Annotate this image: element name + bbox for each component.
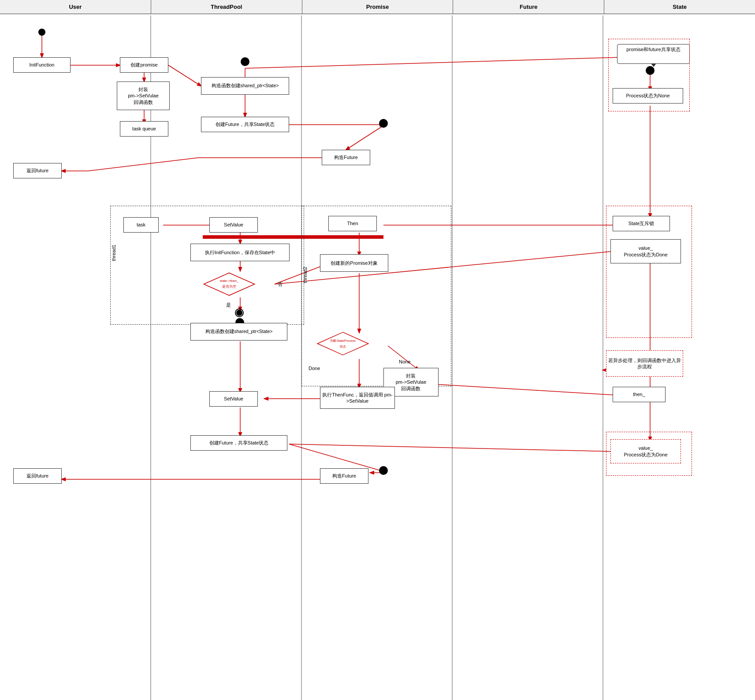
seal-callback-2-label: 封装 pm->SetVulae 回调函数 <box>396 373 427 392</box>
future-dot-2 <box>379 466 388 475</box>
set-value-1-label: SetValue <box>224 222 243 228</box>
init-function-box: InitFunction <box>13 57 71 73</box>
init-function-label: InitFunction <box>30 62 55 68</box>
thread2-container: thread2 <box>301 206 451 386</box>
svg-point-46 <box>236 310 242 316</box>
then-box: Then <box>328 216 377 231</box>
constructor-shared-state-1-label: 构造函数创建shared_ptr<State> <box>212 83 279 89</box>
task-label: task <box>137 222 145 228</box>
return-future-2-label: 返回future <box>26 473 48 479</box>
svg-text:状态: 状态 <box>339 344 346 348</box>
return-future-1: 返回future <box>13 163 62 178</box>
svg-line-17 <box>245 57 621 68</box>
col-user: User <box>0 0 151 14</box>
async-process-label: 若异步处理，则回调函数中进入异步流程 <box>608 357 681 370</box>
svg-text:判断StateProcess: 判断StateProcess <box>330 339 356 343</box>
task-queue-box: task queue <box>120 121 168 137</box>
exec-init-function-label: 执行InitFunction，保存在State中 <box>205 249 275 256</box>
exec-then-func-label: 执行ThenFunc，返回值调用 pm->SetValue <box>322 392 393 404</box>
col-future: Future <box>453 0 604 14</box>
col-threadpool: ThreadPool <box>151 0 302 14</box>
create-future-shared-state-2-label: 创建Future，共享State状态 <box>209 440 268 446</box>
promise-start-dot <box>241 57 249 66</box>
svg-text:是否为空: 是否为空 <box>222 285 236 289</box>
svg-line-6 <box>168 65 201 86</box>
fou-label: 否 <box>278 281 283 288</box>
exec-init-function-box: 执行InitFunction，保存在State中 <box>190 244 290 261</box>
constructor-shared-state-2-label: 构造函数创建shared_ptr<State> <box>205 329 273 335</box>
create-future-shared-state-2: 创建Future，共享State状态 <box>190 435 287 451</box>
svg-line-36 <box>289 444 383 471</box>
shi-label: 是 <box>226 302 231 308</box>
then-label-state: then_ <box>633 391 645 397</box>
then-label: Then <box>347 220 358 226</box>
thread2-label: thread2 <box>302 267 308 283</box>
svg-line-14 <box>88 158 198 171</box>
svg-line-40 <box>289 444 615 452</box>
done-label: Done <box>309 366 320 371</box>
construct-future-1: 构造Future <box>322 150 370 165</box>
state-then-diamond: state->then_ 是否为空 <box>203 271 256 297</box>
thread1-label: thread1 <box>111 244 116 261</box>
return-future-1-label: 返回future <box>26 167 48 174</box>
end-state-circle <box>235 308 244 317</box>
create-promise-label: 创建promise <box>130 62 157 68</box>
create-new-promise-label: 创建新的Promise对象 <box>331 260 377 266</box>
judge-state-process-diamond: 判断StateProcess 状态 <box>316 330 369 357</box>
create-future-shared-state-label: 创建Future，共享State状态 <box>216 121 275 127</box>
svg-line-12 <box>346 126 383 150</box>
start-dot-user <box>38 29 45 36</box>
return-future-2: 返回future <box>13 468 62 484</box>
col-state: State <box>604 0 755 14</box>
create-new-promise-box: 创建新的Promise对象 <box>320 254 388 272</box>
set-value-2-label: SetValue <box>224 396 243 402</box>
state-dashed-rect-2 <box>606 206 692 338</box>
task-box: task <box>123 217 159 233</box>
none-label: None <box>399 359 410 364</box>
task-queue-label: task queue <box>132 126 156 132</box>
state-dashed-rect-1 <box>608 39 690 111</box>
column-headers: User ThreadPool Promise Future State <box>0 0 755 14</box>
set-value-1-box: SetValue <box>209 217 258 233</box>
create-promise-box: 创建promise <box>120 57 168 73</box>
col-promise: Promise <box>302 0 454 14</box>
constructor-shared-state-1: 构造函数创建shared_ptr<State> <box>201 77 289 95</box>
constructor-shared-state-2: 构造函数创建shared_ptr<State> <box>190 323 287 341</box>
state-dashed-rect-3 <box>606 432 692 476</box>
diagram-container: User ThreadPool Promise Future State <box>0 0 755 700</box>
svg-marker-48 <box>317 332 368 355</box>
svg-text:state->then_: state->then_ <box>219 279 239 283</box>
create-future-shared-state: 创建Future，共享State状态 <box>201 117 289 132</box>
then-box-state: then_ <box>613 387 666 402</box>
seal-callback-box: 封装 pm->SetVulae 回调函数 <box>117 81 170 110</box>
exec-then-func-box: 执行ThenFunc，返回值调用 pm->SetValue <box>320 387 395 409</box>
future-dot-1 <box>379 119 388 128</box>
construct-future-2: 构造Future <box>320 468 368 484</box>
construct-future-2-label: 构造Future <box>332 473 356 479</box>
set-value-2-box: SetValue <box>209 391 258 407</box>
construct-future-1-label: 构造Future <box>334 154 358 160</box>
seal-callback-label: 封装 pm->SetVulae 回调函数 <box>128 86 159 105</box>
async-process-box: 若异步处理，则回调函数中进入异步流程 <box>606 350 683 377</box>
